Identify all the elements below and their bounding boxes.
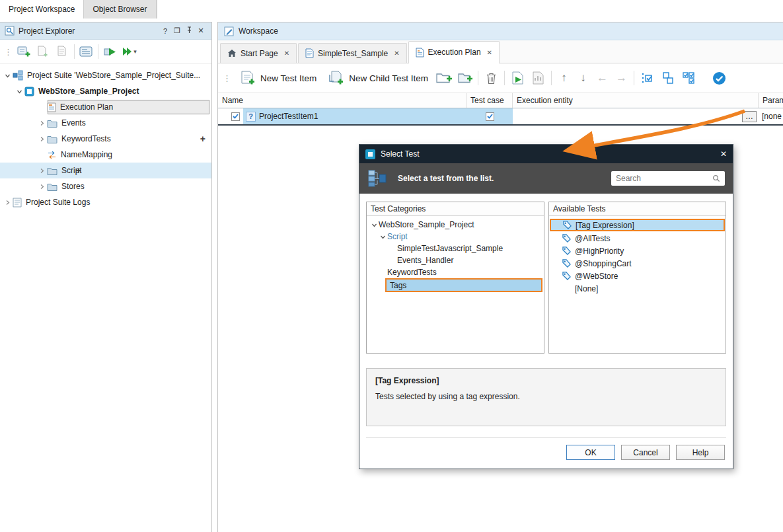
tab-close-icon[interactable]: ✕ [487, 49, 492, 56]
new-child-group-button[interactable] [455, 69, 474, 87]
test-item-row[interactable]: ? ProjectTestItem1 … [none [218, 108, 783, 126]
category-label: WebStore_Sample_Project [379, 220, 474, 229]
column-header-test-case[interactable]: Test case [466, 93, 513, 108]
tree-item-project-suite-logs[interactable]: Project Suite Logs [0, 194, 211, 210]
tab-execution-plan[interactable]: Execution Plan ✕ [408, 41, 500, 63]
dialog-banner: Select a test from the list. [359, 163, 733, 194]
tree-item-namemapping[interactable]: NameMapping [0, 147, 211, 163]
delete-button[interactable] [482, 69, 501, 87]
tab-close-icon[interactable]: ✕ [284, 50, 289, 57]
column-header-name[interactable]: Name [218, 93, 466, 108]
tree-item-execution-plan[interactable]: Execution Plan [0, 99, 211, 115]
run-project-button[interactable]: ▾ [120, 42, 139, 61]
add-existing-item-button[interactable] [53, 42, 72, 61]
toolbar-separator [634, 71, 634, 85]
tree-item-label: Project Suite Logs [26, 198, 90, 207]
available-test-highpriority[interactable]: @HighPriority [549, 245, 726, 257]
select-test-dialog: Select Test ✕ Select a test from the lis… [359, 144, 733, 469]
folder-icon [47, 119, 57, 128]
chevron-down-icon[interactable] [370, 222, 379, 228]
tag-icon [562, 234, 571, 243]
execution-plan-button[interactable] [77, 42, 96, 61]
search-box[interactable] [611, 171, 725, 186]
help-icon[interactable]: ? [159, 27, 171, 35]
toolbar-grip-icon[interactable]: ⋮ [2, 47, 15, 57]
check-child-items-button[interactable] [679, 69, 698, 87]
toolbar-separator [478, 71, 478, 85]
chevron-down-icon[interactable] [15, 89, 24, 95]
tab-project-workspace[interactable]: Project Workspace [0, 0, 84, 19]
category-item-tags[interactable]: Tags [367, 278, 544, 292]
tree-item-events[interactable]: Events [0, 115, 211, 131]
category-item-project[interactable]: WebStore_Sample_Project [367, 219, 544, 231]
run-project-suite-button[interactable] [100, 42, 120, 61]
toolbar-grip-icon[interactable]: ⋮ [221, 73, 233, 83]
new-test-item-button[interactable]: New Test Item [235, 67, 322, 89]
chevron-right-icon[interactable] [37, 168, 47, 174]
uncheck-all-items-button[interactable] [658, 69, 677, 87]
tab-start-page[interactable]: Start Page ✕ [220, 43, 297, 63]
new-group-button[interactable] [435, 69, 454, 87]
category-item-simpletest-javascript-sample[interactable]: SimpleTestJavascript_Sample [367, 243, 544, 254]
dialog-title-bar[interactable]: Select Test ✕ [359, 145, 733, 163]
tree-item-project-suite[interactable]: Project Suite 'WebStore_Sample_Project_S… [0, 67, 211, 83]
add-keywordtest-icon[interactable]: + [200, 133, 205, 144]
ok-button[interactable]: OK [566, 445, 615, 460]
chevron-down-icon[interactable] [379, 234, 387, 240]
new-child-test-item-button[interactable]: New Child Test Item [323, 67, 433, 89]
check-all-items-button[interactable] [638, 69, 657, 87]
chevron-right-icon[interactable] [37, 120, 47, 126]
close-icon[interactable]: ✕ [195, 26, 207, 35]
available-test-none[interactable]: [None] [549, 282, 726, 295]
column-header-execution-entity[interactable]: Execution entity [513, 93, 759, 108]
add-new-project-button[interactable] [34, 42, 53, 61]
params-value: [none [762, 112, 782, 121]
tree-item-label: Stores [61, 182, 85, 191]
generate-report-button[interactable] [529, 69, 548, 87]
maximize-icon[interactable]: ❐ [171, 26, 183, 35]
chevron-down-icon[interactable] [3, 73, 13, 79]
tree-item-keywordtests[interactable]: KeywordTests + [0, 131, 211, 147]
available-test-alltests[interactable]: @AllTests [549, 232, 726, 245]
category-item-script[interactable]: Script [367, 231, 544, 243]
selection-highlight: ? ProjectTestItem1 [243, 108, 466, 124]
tab-close-icon[interactable]: ✕ [394, 50, 399, 57]
enable-test-item-toggle[interactable] [710, 69, 729, 87]
chevron-right-icon[interactable] [3, 200, 13, 206]
add-script-icon[interactable]: + [76, 165, 81, 176]
search-input[interactable] [616, 174, 710, 183]
move-up-button[interactable]: ↑ [555, 71, 573, 85]
run-focused-item-button[interactable] [508, 69, 527, 87]
tab-project-workspace-label: Project Workspace [9, 5, 75, 14]
category-label: SimpleTestJavascript_Sample [397, 244, 503, 253]
tree-item-script[interactable]: Script + [0, 163, 211, 178]
pin-icon[interactable] [183, 26, 195, 35]
row-enabled-checkbox[interactable] [231, 112, 240, 121]
available-test-tag-expression[interactable]: [Tag Expression] [550, 219, 725, 231]
tab-simpletest-sample[interactable]: SimpleTest_Sample ✕ [298, 43, 406, 63]
tab-object-browser-label: Object Browser [93, 5, 147, 14]
add-project-suite-button[interactable] [15, 42, 34, 61]
tag-icon [563, 221, 572, 229]
browse-execution-entity-button[interactable]: … [742, 111, 757, 122]
dialog-close-icon[interactable]: ✕ [720, 149, 727, 159]
available-test-shoppingcart[interactable]: @ShoppingCart [549, 257, 726, 270]
tree-item-stores[interactable]: Stores [0, 178, 211, 194]
test-case-checkbox[interactable] [486, 112, 494, 121]
chevron-right-icon[interactable] [37, 136, 47, 142]
chevron-right-icon[interactable] [37, 184, 47, 190]
move-down-button[interactable]: ↓ [574, 71, 592, 85]
available-test-webstore[interactable]: @WebStore [549, 270, 726, 282]
category-item-events-handler[interactable]: Events_Handler [367, 254, 544, 266]
tab-object-browser[interactable]: Object Browser [84, 0, 156, 19]
help-button[interactable]: Help [676, 445, 725, 460]
test-categories-tree: WebStore_Sample_Project Script SimpleTes… [367, 216, 544, 353]
move-left-button[interactable]: ← [593, 71, 611, 85]
run-options-caret-icon[interactable]: ▾ [133, 48, 137, 55]
move-right-button[interactable]: → [613, 71, 630, 85]
tree-item-project[interactable]: WebStore_Sample_Project [0, 83, 211, 99]
category-item-keywordtests[interactable]: KeywordTests [367, 266, 544, 278]
toolbar-separator [504, 71, 505, 85]
cancel-button[interactable]: Cancel [621, 445, 670, 460]
column-header-params[interactable]: Param [759, 93, 783, 108]
